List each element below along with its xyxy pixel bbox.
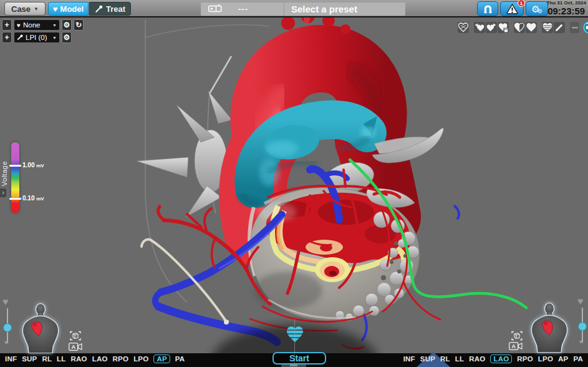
orient-rpo[interactable]: RPO [113,355,129,363]
map-refresh-button[interactable]: ↻ [74,19,84,31]
slider-handle[interactable] [3,323,12,332]
voltage-lower-marker[interactable] [9,198,21,200]
tab-model[interactable]: ♥ Model [48,2,89,16]
orient-rl[interactable]: RL [42,355,52,363]
orient-sup[interactable]: SUP [420,355,435,363]
start-button[interactable]: Start [272,352,326,365]
right-orientation-bar: INF SUP RL LL RAO LAO RPO LPO AP PA [403,355,583,363]
voltage-upper-marker[interactable] [9,165,21,167]
heart-half-icon [514,22,525,33]
orient-lpo[interactable]: LPO [538,355,553,363]
orient-rao[interactable]: RAO [71,355,87,363]
alert-count-badge: 1 [518,0,525,7]
caret-down-icon: ▼ [52,23,57,27]
case-menu-button[interactable]: Case ▼ [4,2,46,16]
map-selector[interactable]: ♥ None ▼ [14,19,60,31]
heart-zoom-in-icon[interactable]: ♥ [2,297,9,307]
stylus-button[interactable] [554,22,565,33]
catheter-selector-value: LPI (0) [26,34,50,41]
orient-inf[interactable]: INF [403,355,415,363]
preset-select[interactable]: Select a preset [284,4,357,14]
heart-icon: ♥ [53,5,58,13]
left-zoom-slider: ♥ ♥ [0,296,16,352]
right-zoom-slider: ♥ ♥ [574,295,588,353]
heart-zoom-in-icon[interactable]: ♥ [577,296,584,306]
left-body-orientation-figure[interactable] [21,303,60,353]
orient-lao[interactable]: LAO [92,355,108,363]
settings-button[interactable]: ⚙ ⚙ [526,1,548,16]
view-toolbar [458,21,588,33]
bed-status[interactable]: --- [201,2,284,16]
gear-icon: ⚙ [64,21,70,29]
orient-ap-active[interactable]: AP [153,355,170,363]
map-selector-value: None [23,21,50,29]
right-body-orientation-figure[interactable] [530,303,569,353]
svg-text:A: A [71,344,75,350]
warning-icon [506,2,519,15]
orient-ap[interactable]: AP [558,355,568,363]
gray-spikes [137,91,232,217]
striped-heart-icon[interactable] [286,325,304,344]
catheter-row: + LPI (0) ▼ ⚙ [2,32,72,43]
orient-ll[interactable]: LL [57,355,65,363]
left-orientation-bar: INF SUP RL LL RAO LAO RPO LPO AP PA [5,355,185,363]
map-settings-button[interactable]: ⚙ [62,19,72,31]
stylus-icon [554,22,565,33]
camera-follow-button[interactable] [583,21,588,34]
voltage-upper-value: 1.00 mV [22,162,44,169]
heart-zoom-out-icon[interactable]: ♥ [4,340,8,346]
magnet-icon [483,4,493,14]
heart-solid-icon [526,22,537,33]
orient-pa[interactable]: PA [573,355,583,363]
heart-shaded-icon [542,22,553,33]
slider-handle[interactable] [578,322,587,331]
orient-rl[interactable]: RL [440,355,450,363]
orient-ll[interactable]: LL [455,355,464,363]
mesh-heart-button[interactable] [458,22,469,33]
tab-treat[interactable]: Treat [89,2,131,16]
3d-view[interactable] [0,0,588,367]
orient-rpo[interactable]: RPO [517,355,533,363]
add-map-button[interactable]: + [2,19,12,31]
orient-sup[interactable]: SUP [22,355,37,363]
left-auto-camera-icon[interactable]: A [69,343,82,351]
heart-zoom-out-icon[interactable]: ♥ [579,339,583,345]
voltage-color-bar[interactable] [11,142,19,213]
orient-inf[interactable]: INF [5,355,17,363]
gear-icon: ⚙ [64,33,70,42]
heart-lock-button[interactable] [498,22,509,33]
orient-pa[interactable]: PA [175,355,185,363]
orient-lpo[interactable]: LPO [133,355,148,363]
magnet-button[interactable] [477,1,498,16]
alerts-button[interactable]: 1 [500,1,524,16]
bed-icon [208,4,222,14]
catheter-icon [95,5,103,13]
add-catheter-button[interactable]: + [2,32,12,43]
heart-shaded-button[interactable] [542,22,553,33]
voltage-lower-value: 0.10 mV [22,195,44,202]
collapse-dash-icon [571,24,579,31]
refresh-icon: ↻ [75,21,82,29]
collapse-toolbar-button[interactable] [570,22,579,33]
heart-step-back-button[interactable] [474,22,485,33]
heart-half-button[interactable] [514,22,525,33]
voltage-scale-title: Voltage [1,161,8,186]
time-text: 09:23:59 [546,6,586,17]
catheter-settings-button[interactable]: ⚙ [62,32,72,43]
orient-rao[interactable]: RAO [469,355,485,363]
catheter-icon [17,34,23,41]
heart-lock-icon [498,22,509,33]
right-3d-box-icon[interactable] [511,331,523,341]
right-auto-camera-icon[interactable]: A [509,342,523,350]
orient-lao-active[interactable]: LAO [490,355,512,363]
heart-step-forward-button[interactable] [486,22,497,33]
catheter-selector[interactable]: LPI (0) ▼ [14,32,60,43]
heart-icon: ♥ [17,22,21,29]
preset-bar: --- Select a preset [201,2,405,16]
heart-step-forward-icon [486,22,497,33]
left-3d-box-icon[interactable] [70,331,81,341]
map-row: + ♥ None ▼ ⚙ ↻ [2,19,84,31]
heart-solid-button[interactable] [526,22,537,33]
model-label: Model [60,4,84,14]
panel-expand-chevron[interactable]: › [0,188,6,197]
